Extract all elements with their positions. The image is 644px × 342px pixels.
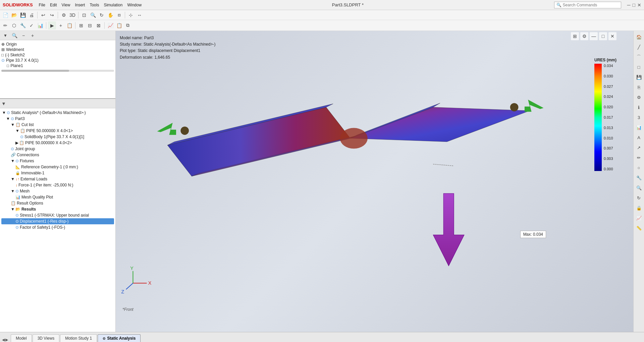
new-study-button[interactable]: + bbox=[57, 21, 65, 30]
menu-insert[interactable]: Insert bbox=[75, 3, 85, 7]
sketch-button[interactable]: ✏ bbox=[1, 21, 9, 30]
tab-static-analysis[interactable]: ⊙ Static Analysis bbox=[98, 334, 141, 342]
result-button[interactable]: 📈 bbox=[106, 21, 114, 30]
select-button[interactable]: ⊹ bbox=[127, 11, 135, 19]
zoom-in-button[interactable]: 🔍 bbox=[89, 11, 97, 19]
3d-button[interactable]: 3D bbox=[68, 11, 76, 19]
menu-window[interactable]: Window bbox=[127, 3, 142, 7]
tree-item-origin[interactable]: ⊕ Origin bbox=[1, 42, 114, 47]
sim-force1[interactable]: ↓ Force-1 (:Per item: -25,000 N:) bbox=[1, 182, 114, 188]
rsb-text-button[interactable]: A bbox=[634, 133, 644, 142]
rsb-rect-button[interactable]: □ bbox=[634, 62, 644, 72]
undo-button[interactable]: ↩ bbox=[39, 11, 47, 19]
show-mesh-button[interactable]: ⊠ bbox=[95, 21, 103, 30]
collapse-button[interactable]: − bbox=[19, 32, 28, 40]
mesh-control-button[interactable]: ⊟ bbox=[86, 21, 94, 30]
close-button[interactable]: ✕ bbox=[637, 2, 641, 8]
sim-part3[interactable]: ▼ ⊙ Part3 bbox=[1, 116, 114, 122]
tab-motion-study[interactable]: Motion Study 1 bbox=[60, 334, 97, 342]
sim-joint-group[interactable]: ⊙ Joint group bbox=[1, 146, 114, 152]
tree-item-weldment[interactable]: ⊞ Weldment bbox=[1, 47, 114, 52]
search-commands-input[interactable] bbox=[563, 3, 610, 7]
redo-button[interactable]: ↪ bbox=[48, 11, 56, 19]
sim-fos[interactable]: ⊙ Factor of Safety1 (-FOS-) bbox=[1, 224, 114, 230]
study-props-button[interactable]: 📋 bbox=[65, 21, 73, 30]
tree-item-plane1[interactable]: □ Plane1 bbox=[1, 63, 114, 68]
sim-result-options[interactable]: 📋 Result Options bbox=[1, 200, 114, 206]
rsb-tool-button[interactable]: 🔧 bbox=[634, 173, 644, 182]
sim-pipe1[interactable]: ▼ 📋 PIPE 50.000000 X 4.0<1> bbox=[1, 128, 114, 134]
menu-edit[interactable]: Edit bbox=[50, 3, 57, 7]
rsb-pen-button[interactable]: ✏ bbox=[634, 153, 644, 162]
tab-3d-views[interactable]: 3D Views bbox=[33, 334, 59, 342]
view-minimize-button[interactable]: — bbox=[590, 32, 598, 40]
view-maximize-button[interactable]: □ bbox=[599, 32, 607, 40]
sim-cut-list[interactable]: ▼ 📋 Cut list bbox=[1, 122, 114, 128]
evaluate-button[interactable]: ✓ bbox=[28, 21, 36, 30]
scrollbar-top[interactable] bbox=[1, 70, 114, 72]
rsb-rotate-cw-button[interactable]: ↻ bbox=[634, 193, 644, 203]
sim-pipe2[interactable]: ▶ 📋 PIPE 50.000000 X 4.0<2> bbox=[1, 140, 114, 146]
sim-mesh-quality-plot[interactable]: 📊 Mesh Quality Plot bbox=[1, 194, 114, 200]
assem-button[interactable]: 🔧 bbox=[19, 21, 27, 30]
sim-solidbody[interactable]: ⊙ SolidBody 1(Pipe 33.7 X 4.0(1)[1] bbox=[1, 134, 114, 140]
list-results-button[interactable]: 📋 bbox=[115, 21, 123, 30]
filter-button[interactable]: ▼ bbox=[1, 32, 9, 40]
view-close-button[interactable]: ✕ bbox=[608, 32, 616, 40]
run-study-button[interactable]: ▶ bbox=[48, 21, 56, 30]
rsb-graph-button[interactable]: 📈 bbox=[634, 213, 644, 223]
sim-immovable[interactable]: 🔒 Immovable-1 bbox=[1, 170, 114, 176]
options-button[interactable]: ⚙ bbox=[60, 11, 68, 19]
search-commands-box[interactable]: 🔍 bbox=[554, 2, 621, 8]
section-view-button[interactable]: ⧈ bbox=[115, 11, 123, 19]
zoom-fit-button[interactable]: ⊡ bbox=[80, 11, 88, 19]
sim-static-analysis[interactable]: ▼ ⊙ Static Analysis* (-Default<As Machin… bbox=[1, 110, 114, 116]
view-settings-button[interactable]: ⚙ bbox=[580, 32, 588, 40]
sim-fixtures[interactable]: ▼ ⊙ Fixtures bbox=[1, 158, 114, 164]
rsb-arc-button[interactable]: ⌒ bbox=[634, 52, 644, 62]
rsb-line-button[interactable]: ╱ bbox=[634, 42, 644, 52]
rsb-lock-button[interactable]: 🔒 bbox=[634, 203, 644, 213]
rsb-save-button[interactable]: 💾 bbox=[634, 72, 644, 82]
tree-item-pipe[interactable]: ⊙ Pipe 33.7 X 4.0(1) bbox=[1, 58, 114, 63]
rsb-copy-button[interactable]: ⎘ bbox=[634, 82, 644, 92]
menu-tools[interactable]: Tools bbox=[90, 3, 99, 7]
sim-results[interactable]: ▼ 📂 Results bbox=[1, 206, 114, 212]
sim-button[interactable]: 📊 bbox=[36, 21, 44, 30]
tree-item-sketch2[interactable]: □ (-) Sketch2 bbox=[1, 52, 114, 58]
sim-mesh[interactable]: ▼ ⊙ Mesh bbox=[1, 188, 114, 194]
apply-mesh-button[interactable]: ⊞ bbox=[77, 21, 85, 30]
save-button[interactable]: 💾 bbox=[19, 11, 27, 19]
open-button[interactable]: 📂 bbox=[10, 11, 18, 19]
smart-dim-button[interactable]: ↔ bbox=[136, 11, 144, 19]
rsb-settings-button[interactable]: ⚙ bbox=[634, 93, 644, 102]
print-button[interactable]: 🖨 bbox=[28, 11, 36, 19]
sim-displacement1[interactable]: ⊙ Displacement1 (-Res disp-) bbox=[1, 218, 114, 224]
compare-button[interactable]: ⧉ bbox=[124, 21, 132, 30]
menu-simulation[interactable]: Simulation bbox=[104, 3, 122, 7]
rsb-3d-button[interactable]: 3 bbox=[634, 113, 644, 122]
view-orient-button[interactable]: ⊞ bbox=[571, 32, 579, 40]
viewport[interactable]: Model name: Part3 Study name: Static Ana… bbox=[116, 31, 633, 332]
rotate-button[interactable]: ↻ bbox=[98, 11, 106, 19]
sim-connections[interactable]: 🔗 Connections bbox=[1, 152, 114, 158]
maximize-button[interactable]: □ bbox=[633, 2, 635, 8]
rsb-circle-button[interactable]: ○ bbox=[634, 163, 644, 172]
search-tree-button[interactable]: 🔍 bbox=[10, 32, 18, 40]
rsb-cursor-button[interactable]: ↗ bbox=[634, 143, 644, 152]
rsb-home-button[interactable]: 🏠 bbox=[634, 32, 644, 42]
sim-ext-loads[interactable]: ▼ ↓↑ External Loads bbox=[1, 176, 114, 182]
sim-ref-geo[interactable]: 📐 Reference Geometry-1 (:0 mm:) bbox=[1, 164, 114, 170]
rsb-info-button[interactable]: ℹ bbox=[634, 103, 644, 112]
feature-button[interactable]: ⬡ bbox=[10, 21, 18, 30]
tab-model[interactable]: Model bbox=[11, 334, 32, 342]
sim-stress1[interactable]: ⊙ Stress1 (-STRMAX: Upper bound axial bbox=[1, 212, 114, 218]
expand-button[interactable]: + bbox=[29, 32, 37, 40]
rsb-measure-button[interactable]: 📏 bbox=[634, 223, 644, 233]
rsb-zoom-button[interactable]: 🔍 bbox=[634, 183, 644, 192]
sim-tree[interactable]: ▼ ⊙ Static Analysis* (-Default<As Machin… bbox=[0, 108, 115, 332]
minimize-button[interactable]: ─ bbox=[627, 2, 631, 8]
pan-button[interactable]: ✋ bbox=[106, 11, 114, 19]
tab-prev-button[interactable]: ◀ bbox=[2, 338, 5, 342]
menu-file[interactable]: File bbox=[39, 3, 45, 7]
